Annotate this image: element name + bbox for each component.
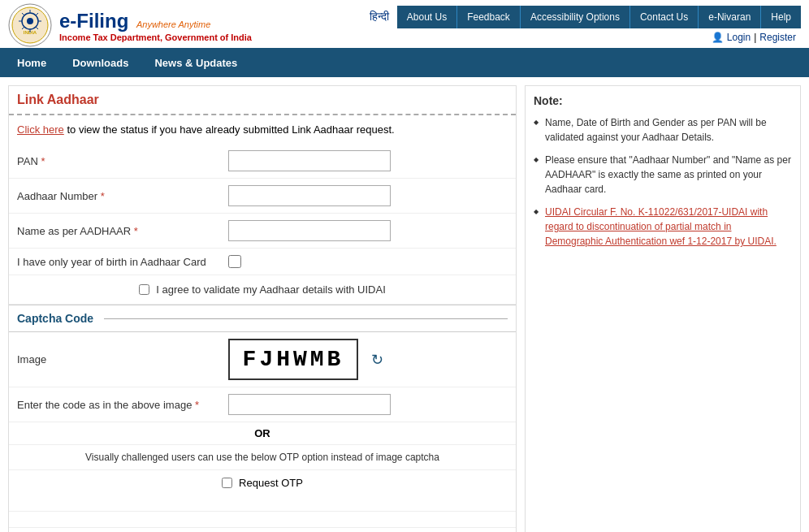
captcha-image-row: Image FJHWMB ↻ (9, 332, 516, 387)
name-aadhaar-label: Name as per AADHAAR * (17, 225, 228, 237)
agree-row: I agree to validate my Aadhaar details w… (9, 275, 516, 305)
note-item-2: Please ensure that "Aadhaar Number" and … (534, 153, 792, 197)
emblem-logo: INDIA (8, 3, 53, 48)
nav-news-updates[interactable]: News & Updates (141, 50, 250, 76)
pan-input[interactable] (228, 150, 391, 171)
aadhaar-number-input[interactable] (228, 185, 391, 206)
request-otp-checkbox[interactable] (222, 478, 232, 488)
enter-code-row: Enter the code as in the above image * (9, 387, 516, 422)
captcha-image: FJHWMB (228, 339, 358, 380)
efiling-title: e-Filing (59, 10, 128, 32)
note-panel: Note: Name, Date of Birth and Gender as … (525, 85, 801, 532)
nav-contact-us[interactable]: Contact Us (630, 6, 699, 28)
enter-code-label: Enter the code as in the above image * (17, 399, 228, 411)
efiling-brand: e-Filing Anywhere Anytime (59, 10, 252, 32)
pan-required: * (41, 155, 45, 167)
click-here-row: Click here to view the status if you hav… (9, 115, 516, 144)
nav-about-us[interactable]: About Us (397, 6, 457, 28)
pan-row: PAN * (9, 144, 516, 179)
empty-row-2 (9, 512, 516, 528)
year-birth-row: I have only year of birth in Aadhaar Car… (9, 249, 516, 275)
nav-help[interactable]: Help (761, 6, 801, 28)
nav-home[interactable]: Home (4, 50, 59, 76)
register-link[interactable]: Register (759, 32, 796, 43)
name-aadhaar-row: Name as per AADHAAR * (9, 214, 516, 249)
note-list: Name, Date of Birth and Gender as per PA… (534, 115, 792, 249)
captcha-title: Captcha Code (9, 305, 516, 332)
captcha-image-label: Image (17, 353, 228, 365)
enter-code-required: * (195, 399, 199, 411)
name-aadhaar-required: * (134, 225, 138, 237)
separator: | (754, 32, 756, 43)
click-here-link[interactable]: Click here (17, 123, 64, 136)
request-otp-row: Request OTP (9, 470, 516, 495)
pan-label: PAN * (17, 155, 228, 167)
year-birth-label: I have only year of birth in Aadhaar Car… (17, 256, 228, 268)
uidai-circular-link[interactable]: UIDAI Circular F. No. K-11022/631/2017-U… (545, 206, 777, 247)
aadhaar-number-label: Aadhaar Number * (17, 190, 228, 202)
note-item-1: Name, Date of Birth and Gender as per PA… (534, 115, 792, 145)
income-tax-text: Income Tax Department, Government of Ind… (59, 32, 252, 42)
aadhaar-number-required: * (101, 190, 105, 202)
click-here-suffix: to view the status if you have already s… (67, 123, 394, 136)
nav-feedback[interactable]: Feedback (457, 6, 521, 28)
empty-row-3 (9, 528, 516, 532)
note-item-3: UIDAI Circular F. No. K-11022/631/2017-U… (534, 205, 792, 249)
note-title: Note: (534, 94, 792, 107)
captcha-code-input[interactable] (228, 394, 391, 415)
agree-label: I agree to validate my Aadhaar details w… (156, 283, 386, 296)
nav-enivaran[interactable]: e-Nivaran (699, 6, 761, 28)
logo-area: INDIA e-Filing Anywhere Anytime (8, 3, 370, 48)
content-wrapper: Link Aadhaar Click here to view the stat… (0, 77, 809, 532)
year-birth-checkbox[interactable] (228, 255, 241, 268)
top-nav: About Us Feedback Accessibility Options … (397, 6, 801, 28)
logo-text: e-Filing Anywhere Anytime Income Tax Dep… (59, 10, 252, 42)
agree-checkbox[interactable] (139, 284, 149, 295)
form-panel: Link Aadhaar Click here to view the stat… (8, 85, 517, 532)
nav-downloads[interactable]: Downloads (59, 50, 141, 76)
otp-description: Visually challenged users can use the be… (9, 445, 516, 470)
login-link[interactable]: Login (727, 32, 751, 43)
login-register-row: 👤 Login | Register (707, 28, 801, 46)
nav-accessibility[interactable]: Accessibility Options (521, 6, 630, 28)
empty-row-1 (9, 495, 516, 512)
top-bar: INDIA e-Filing Anywhere Anytime (0, 0, 809, 77)
form-title: Link Aadhaar (9, 86, 516, 115)
refresh-captcha-icon[interactable]: ↻ (371, 351, 383, 369)
user-icon: 👤 (712, 32, 724, 43)
efiling-subtitle: Anywhere Anytime (136, 19, 210, 29)
hindi-link[interactable]: हिन्दी (370, 10, 389, 24)
svg-point-3 (27, 18, 33, 24)
or-divider: OR (9, 422, 516, 445)
request-otp-label: Request OTP (239, 477, 303, 489)
main-nav: Home Downloads News & Updates (0, 48, 809, 77)
aadhaar-number-row: Aadhaar Number * (9, 179, 516, 214)
name-aadhaar-input[interactable] (228, 220, 391, 241)
